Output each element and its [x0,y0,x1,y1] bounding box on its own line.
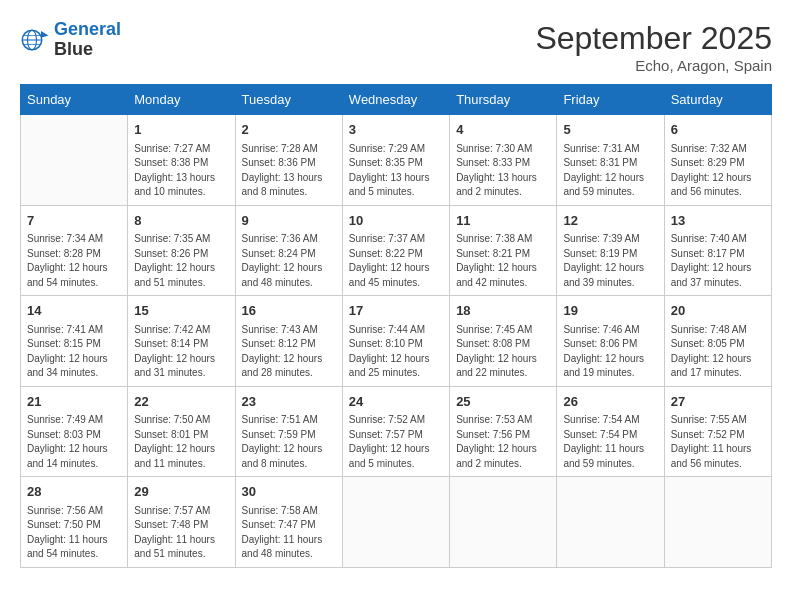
day-number: 11 [456,211,550,231]
calendar-cell: 1Sunrise: 7:27 AM Sunset: 8:38 PM Daylig… [128,115,235,206]
calendar-cell: 19Sunrise: 7:46 AM Sunset: 8:06 PM Dayli… [557,296,664,387]
day-number: 19 [563,301,657,321]
calendar-cell: 15Sunrise: 7:42 AM Sunset: 8:14 PM Dayli… [128,296,235,387]
calendar-cell: 23Sunrise: 7:51 AM Sunset: 7:59 PM Dayli… [235,386,342,477]
calendar-week-3: 14Sunrise: 7:41 AM Sunset: 8:15 PM Dayli… [21,296,772,387]
calendar-cell: 20Sunrise: 7:48 AM Sunset: 8:05 PM Dayli… [664,296,771,387]
calendar-cell: 7Sunrise: 7:34 AM Sunset: 8:28 PM Daylig… [21,205,128,296]
calendar-cell [450,477,557,568]
day-info: Sunrise: 7:46 AM Sunset: 8:06 PM Dayligh… [563,323,657,381]
day-number: 12 [563,211,657,231]
title-block: September 2025 Echo, Aragon, Spain [535,20,772,74]
day-info: Sunrise: 7:39 AM Sunset: 8:19 PM Dayligh… [563,232,657,290]
calendar-week-1: 1Sunrise: 7:27 AM Sunset: 8:38 PM Daylig… [21,115,772,206]
calendar-table: SundayMondayTuesdayWednesdayThursdayFrid… [20,84,772,568]
day-info: Sunrise: 7:40 AM Sunset: 8:17 PM Dayligh… [671,232,765,290]
day-number: 30 [242,482,336,502]
day-number: 7 [27,211,121,231]
calendar-cell [557,477,664,568]
day-info: Sunrise: 7:27 AM Sunset: 8:38 PM Dayligh… [134,142,228,200]
day-number: 20 [671,301,765,321]
day-info: Sunrise: 7:37 AM Sunset: 8:22 PM Dayligh… [349,232,443,290]
day-number: 14 [27,301,121,321]
day-number: 3 [349,120,443,140]
calendar-cell: 30Sunrise: 7:58 AM Sunset: 7:47 PM Dayli… [235,477,342,568]
day-info: Sunrise: 7:35 AM Sunset: 8:26 PM Dayligh… [134,232,228,290]
calendar-cell: 6Sunrise: 7:32 AM Sunset: 8:29 PM Daylig… [664,115,771,206]
day-info: Sunrise: 7:34 AM Sunset: 8:28 PM Dayligh… [27,232,121,290]
month-title: September 2025 [535,20,772,57]
calendar-cell: 10Sunrise: 7:37 AM Sunset: 8:22 PM Dayli… [342,205,449,296]
page-header: General Blue September 2025 Echo, Aragon… [20,20,772,74]
weekday-header-row: SundayMondayTuesdayWednesdayThursdayFrid… [21,85,772,115]
day-info: Sunrise: 7:51 AM Sunset: 7:59 PM Dayligh… [242,413,336,471]
day-number: 25 [456,392,550,412]
logo-icon [20,25,50,55]
day-info: Sunrise: 7:38 AM Sunset: 8:21 PM Dayligh… [456,232,550,290]
calendar-cell [342,477,449,568]
calendar-cell: 26Sunrise: 7:54 AM Sunset: 7:54 PM Dayli… [557,386,664,477]
day-info: Sunrise: 7:50 AM Sunset: 8:01 PM Dayligh… [134,413,228,471]
day-info: Sunrise: 7:44 AM Sunset: 8:10 PM Dayligh… [349,323,443,381]
calendar-cell: 8Sunrise: 7:35 AM Sunset: 8:26 PM Daylig… [128,205,235,296]
day-number: 13 [671,211,765,231]
day-number: 18 [456,301,550,321]
weekday-header-sunday: Sunday [21,85,128,115]
calendar-cell [21,115,128,206]
calendar-cell: 28Sunrise: 7:56 AM Sunset: 7:50 PM Dayli… [21,477,128,568]
calendar-cell: 16Sunrise: 7:43 AM Sunset: 8:12 PM Dayli… [235,296,342,387]
day-info: Sunrise: 7:54 AM Sunset: 7:54 PM Dayligh… [563,413,657,471]
day-number: 29 [134,482,228,502]
logo: General Blue [20,20,121,60]
day-info: Sunrise: 7:56 AM Sunset: 7:50 PM Dayligh… [27,504,121,562]
day-number: 10 [349,211,443,231]
calendar-cell: 27Sunrise: 7:55 AM Sunset: 7:52 PM Dayli… [664,386,771,477]
day-info: Sunrise: 7:41 AM Sunset: 8:15 PM Dayligh… [27,323,121,381]
day-info: Sunrise: 7:31 AM Sunset: 8:31 PM Dayligh… [563,142,657,200]
day-number: 2 [242,120,336,140]
calendar-cell: 3Sunrise: 7:29 AM Sunset: 8:35 PM Daylig… [342,115,449,206]
calendar-cell: 17Sunrise: 7:44 AM Sunset: 8:10 PM Dayli… [342,296,449,387]
day-number: 16 [242,301,336,321]
calendar-cell: 4Sunrise: 7:30 AM Sunset: 8:33 PM Daylig… [450,115,557,206]
calendar-cell: 25Sunrise: 7:53 AM Sunset: 7:56 PM Dayli… [450,386,557,477]
day-number: 24 [349,392,443,412]
day-number: 17 [349,301,443,321]
calendar-cell: 12Sunrise: 7:39 AM Sunset: 8:19 PM Dayli… [557,205,664,296]
calendar-cell: 21Sunrise: 7:49 AM Sunset: 8:03 PM Dayli… [21,386,128,477]
calendar-cell: 2Sunrise: 7:28 AM Sunset: 8:36 PM Daylig… [235,115,342,206]
day-info: Sunrise: 7:53 AM Sunset: 7:56 PM Dayligh… [456,413,550,471]
calendar-cell: 9Sunrise: 7:36 AM Sunset: 8:24 PM Daylig… [235,205,342,296]
calendar-week-2: 7Sunrise: 7:34 AM Sunset: 8:28 PM Daylig… [21,205,772,296]
day-info: Sunrise: 7:30 AM Sunset: 8:33 PM Dayligh… [456,142,550,200]
weekday-header-friday: Friday [557,85,664,115]
calendar-cell: 13Sunrise: 7:40 AM Sunset: 8:17 PM Dayli… [664,205,771,296]
weekday-header-tuesday: Tuesday [235,85,342,115]
day-number: 1 [134,120,228,140]
day-number: 26 [563,392,657,412]
day-number: 27 [671,392,765,412]
day-info: Sunrise: 7:48 AM Sunset: 8:05 PM Dayligh… [671,323,765,381]
day-number: 9 [242,211,336,231]
day-info: Sunrise: 7:43 AM Sunset: 8:12 PM Dayligh… [242,323,336,381]
day-number: 22 [134,392,228,412]
calendar-cell: 14Sunrise: 7:41 AM Sunset: 8:15 PM Dayli… [21,296,128,387]
day-number: 4 [456,120,550,140]
weekday-header-wednesday: Wednesday [342,85,449,115]
day-info: Sunrise: 7:45 AM Sunset: 8:08 PM Dayligh… [456,323,550,381]
weekday-header-saturday: Saturday [664,85,771,115]
day-info: Sunrise: 7:52 AM Sunset: 7:57 PM Dayligh… [349,413,443,471]
day-info: Sunrise: 7:28 AM Sunset: 8:36 PM Dayligh… [242,142,336,200]
day-number: 8 [134,211,228,231]
weekday-header-thursday: Thursday [450,85,557,115]
weekday-header-monday: Monday [128,85,235,115]
day-info: Sunrise: 7:49 AM Sunset: 8:03 PM Dayligh… [27,413,121,471]
day-info: Sunrise: 7:58 AM Sunset: 7:47 PM Dayligh… [242,504,336,562]
day-info: Sunrise: 7:57 AM Sunset: 7:48 PM Dayligh… [134,504,228,562]
calendar-cell: 11Sunrise: 7:38 AM Sunset: 8:21 PM Dayli… [450,205,557,296]
day-info: Sunrise: 7:29 AM Sunset: 8:35 PM Dayligh… [349,142,443,200]
day-number: 15 [134,301,228,321]
day-number: 23 [242,392,336,412]
calendar-cell: 22Sunrise: 7:50 AM Sunset: 8:01 PM Dayli… [128,386,235,477]
day-info: Sunrise: 7:32 AM Sunset: 8:29 PM Dayligh… [671,142,765,200]
